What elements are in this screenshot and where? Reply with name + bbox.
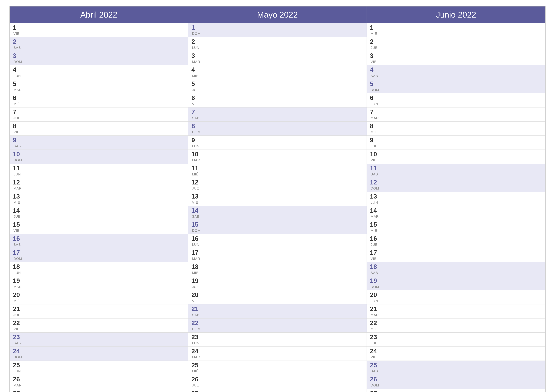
day-row[interactable]: 27LUN (367, 389, 545, 392)
day-row[interactable]: 24VIE (367, 347, 545, 361)
day-row[interactable]: 3VIE (367, 51, 545, 65)
day-row[interactable]: 3MAR (188, 51, 367, 65)
day-row[interactable]: 18MIÉ (188, 262, 367, 276)
day-row[interactable]: 2JUE (367, 37, 545, 51)
day-row[interactable]: 16SAB (10, 234, 188, 248)
day-row[interactable]: 21SAB (188, 304, 367, 319)
day-row[interactable]: 11MIÉ (188, 164, 367, 178)
day-row[interactable]: 23JUE (367, 333, 545, 347)
day-row[interactable]: 5DOM (367, 79, 545, 93)
day-row[interactable]: 15VIE (10, 220, 188, 234)
day-name: SAB (192, 313, 203, 317)
day-row[interactable]: 24MAR (188, 347, 367, 361)
day-number: 5 (370, 81, 381, 87)
day-row[interactable]: 5JUE (188, 79, 367, 93)
day-row[interactable]: 15MIÉ (367, 220, 545, 234)
day-row[interactable]: 4MIÉ (188, 65, 367, 79)
day-row[interactable]: 14SAB (188, 206, 367, 220)
day-row[interactable]: 4SAB (367, 65, 545, 79)
day-row[interactable]: 15DOM (188, 220, 367, 234)
day-row[interactable]: 10VIE (367, 150, 545, 164)
day-row[interactable]: 20VIE (188, 290, 367, 304)
day-row[interactable]: 7MAR (367, 107, 545, 121)
day-row[interactable]: 8DOM (188, 121, 367, 136)
day-number: 13 (13, 193, 24, 200)
day-row[interactable]: 13MIÉ (10, 192, 188, 206)
day-row[interactable]: 26JUE (188, 375, 367, 389)
day-number: 16 (13, 235, 24, 242)
day-row[interactable]: 13LUN (367, 192, 545, 206)
day-row[interactable]: 12MAR (10, 178, 188, 192)
day-row[interactable]: 27VIE (188, 389, 367, 392)
day-row[interactable]: 2SAB (10, 37, 188, 51)
day-row[interactable]: 12DOM (367, 178, 545, 192)
day-content: 10VIE (370, 151, 381, 162)
day-row[interactable]: 9JUE (367, 136, 545, 150)
day-row[interactable]: 8MIÉ (367, 121, 545, 136)
day-row[interactable]: 24DOM (10, 347, 188, 361)
day-row[interactable]: 5MAR (10, 79, 188, 93)
day-row[interactable]: 26DOM (367, 375, 545, 389)
day-row[interactable]: 22VIE (10, 319, 188, 333)
day-row[interactable]: 21MAR (367, 304, 545, 319)
day-row[interactable]: 23LUN (188, 333, 367, 347)
day-row[interactable]: 17MAR (188, 248, 367, 262)
day-row[interactable]: 7JUE (10, 107, 188, 121)
day-row[interactable]: 17VIE (367, 248, 545, 262)
day-row[interactable]: 11LUN (10, 164, 188, 178)
day-row[interactable]: 8VIE (10, 121, 188, 136)
day-content: 8MIÉ (370, 123, 381, 134)
day-row[interactable]: 4LUN (10, 65, 188, 79)
day-row[interactable]: 25MIÉ (188, 361, 367, 375)
day-row[interactable]: 19JUE (188, 276, 367, 290)
day-row[interactable]: 18LUN (10, 262, 188, 276)
day-number: 18 (13, 264, 24, 270)
day-row[interactable]: 6MIÉ (10, 93, 188, 107)
day-row[interactable]: 12JUE (188, 178, 367, 192)
day-row[interactable]: 1MIÉ (367, 23, 545, 37)
day-row[interactable]: 10DOM (10, 150, 188, 164)
day-row[interactable]: 7SAB (188, 107, 367, 121)
day-row[interactable]: 1DOM (188, 23, 367, 37)
day-row[interactable]: 16LUN (188, 234, 367, 248)
day-row[interactable]: 19MAR (10, 276, 188, 290)
day-row[interactable]: 17DOM (10, 248, 188, 262)
day-row[interactable]: 13VIE (188, 192, 367, 206)
day-row[interactable]: 14MAR (367, 206, 545, 220)
day-content: 24MAR (191, 348, 203, 359)
day-name: SAB (192, 116, 203, 120)
day-row[interactable]: 6LUN (367, 93, 545, 107)
day-content: 4MIÉ (191, 67, 203, 78)
day-row[interactable]: 26MAR (10, 375, 188, 389)
day-row[interactable]: 22DOM (188, 319, 367, 333)
day-content: 21SAB (191, 306, 203, 317)
day-row[interactable]: 19DOM (367, 276, 545, 290)
day-row[interactable]: 6VIE (188, 93, 367, 107)
day-row[interactable]: 18SAB (367, 262, 545, 276)
day-row[interactable]: 2LUN (188, 37, 367, 51)
day-row[interactable]: 11SAB (367, 164, 545, 178)
day-row[interactable]: 9LUN (188, 136, 367, 150)
day-content: 21MAR (370, 306, 381, 317)
day-row[interactable]: 21JUE (10, 304, 188, 319)
day-row[interactable]: 3DOM (10, 51, 188, 65)
day-row[interactable]: 20LUN (367, 290, 545, 304)
day-row[interactable]: 27MIÉ (10, 389, 188, 392)
day-number: 26 (13, 376, 24, 382)
day-name: LUN (192, 243, 203, 247)
day-row[interactable]: 9SAB (10, 136, 188, 150)
day-row[interactable]: 20MIÉ (10, 290, 188, 304)
day-row[interactable]: 23SAB (10, 333, 188, 347)
day-row[interactable]: 25LUN (10, 361, 188, 375)
day-row[interactable]: 10MAR (188, 150, 367, 164)
day-row[interactable]: 16JUE (367, 234, 545, 248)
day-row[interactable]: 22MIÉ (367, 319, 545, 333)
month-header-2: Junio 2022 (367, 7, 545, 23)
day-number: 11 (13, 165, 24, 171)
day-row[interactable]: 1VIE (10, 23, 188, 37)
day-name: MAR (192, 355, 203, 359)
day-name: LUN (192, 46, 203, 50)
day-row[interactable]: 14JUE (10, 206, 188, 220)
day-content: 5MAR (13, 81, 24, 92)
day-row[interactable]: 25SAB (367, 361, 545, 375)
